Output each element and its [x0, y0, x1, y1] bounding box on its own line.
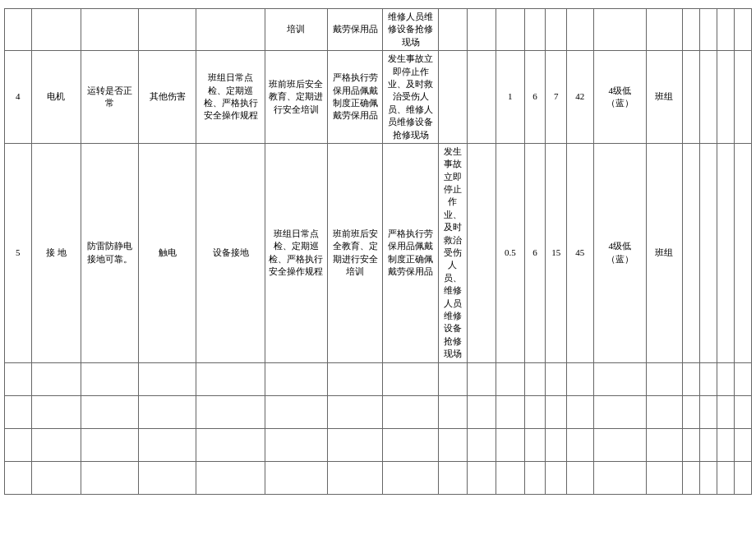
- cell-ctrl1: 班前班后安全教育、定期进行安全培训: [327, 143, 383, 362]
- cell-ctrl4: [438, 51, 467, 144]
- cell-t3: [717, 143, 734, 362]
- cell-ctrl1-pre: 班组日常点检、定期巡检、严格执行安全操作规程: [265, 143, 327, 362]
- cell-empty: [593, 9, 646, 51]
- table-row-4: 4 电机 运转是否正常 其他伤害 班组日常点检、定期巡检、严格执行安全操作规程 …: [5, 51, 752, 144]
- cell-hazard: 触电: [139, 143, 196, 362]
- cell-level: 4级低（蓝）: [593, 51, 646, 144]
- cell-D: 42: [566, 51, 593, 144]
- cell-ctrl5: [467, 51, 496, 144]
- cell-ctrl2: 严格执行劳保用品佩戴制度正确佩戴劳保用品: [327, 51, 383, 144]
- cell-C: 15: [546, 143, 567, 362]
- cell-empty: [139, 9, 196, 51]
- table-row-empty-2: [5, 395, 752, 428]
- cell-empty: [196, 9, 265, 51]
- cell-empty: [31, 9, 81, 51]
- cell-empty: [646, 9, 682, 51]
- cell-D: 45: [566, 143, 593, 362]
- cell-resp: 班组: [646, 51, 682, 144]
- cell-t1: [682, 51, 699, 144]
- cell-t4: [734, 51, 751, 144]
- cell-equipment: 电机: [31, 51, 81, 144]
- cell-ctrl1: 班前班后安全教育、定期进行安全培训: [265, 51, 327, 144]
- cell-repair-cont: 维修人员维修设备抢修现场: [383, 9, 439, 51]
- cell-empty: [682, 9, 699, 51]
- cell-empty: [81, 9, 139, 51]
- cell-empty: [5, 9, 32, 51]
- cell-resp: 班组: [646, 143, 682, 362]
- cell-existing-measures: 设备接地: [196, 143, 265, 362]
- table-row-empty-3: [5, 428, 752, 461]
- cell-row-num: 4: [5, 51, 32, 144]
- table-row-empty-4: [5, 461, 752, 494]
- cell-ppe-cont: 戴劳保用品: [327, 9, 383, 51]
- row-continuation: 培训 戴劳保用品 维修人员维修设备抢修现场: [5, 9, 752, 51]
- page: 培训 戴劳保用品 维修人员维修设备抢修现场 4 电机 运转是: [0, 0, 756, 535]
- cell-t3: [717, 51, 734, 144]
- cell-ctrl3: 发生事故立即停止作业、及时救治受伤人员、维修人员维修设备抢修现场: [438, 143, 467, 362]
- cell-L: 1: [496, 51, 524, 144]
- cell-C: 7: [546, 51, 567, 144]
- cell-t2: [699, 51, 717, 144]
- cell-empty: [524, 9, 546, 51]
- cell-empty: [467, 9, 496, 51]
- cell-training-cont: 培训: [265, 9, 327, 51]
- cell-empty: [699, 9, 717, 51]
- cell-ctrl4: [467, 143, 496, 362]
- table-row-5: 5 接 地 防雷防静电接地可靠。 触电 设备接地 班组日常点检、定期巡检、严格执…: [5, 143, 752, 362]
- cell-equipment: 接 地: [31, 143, 81, 362]
- cell-t1: [682, 143, 699, 362]
- risk-table: 培训 戴劳保用品 维修人员维修设备抢修现场 4 电机 运转是: [4, 8, 752, 495]
- cell-empty: [496, 9, 524, 51]
- table-row-empty-1: [5, 362, 752, 395]
- cell-E: 6: [524, 51, 546, 144]
- cell-empty: [438, 9, 467, 51]
- cell-level: 4级低（蓝）: [593, 143, 646, 362]
- cell-t2: [699, 143, 717, 362]
- cell-L: 0.5: [496, 143, 524, 362]
- cell-row-num: 5: [5, 143, 32, 362]
- cell-empty: [566, 9, 593, 51]
- cell-E: 6: [524, 143, 546, 362]
- cell-t4: [734, 143, 751, 362]
- cell-empty: [734, 9, 751, 51]
- cell-existing-measures: 班组日常点检、定期巡检、严格执行安全操作规程: [196, 51, 265, 144]
- cell-ctrl2: 严格执行劳保用品佩戴制度正确佩戴劳保用品: [383, 143, 439, 362]
- cell-hazard: 其他伤害: [139, 51, 196, 144]
- cell-empty: [717, 9, 734, 51]
- cell-ctrl3: 发生事故立即停止作业、及时救治受伤人员、维修人员维修设备抢修现场: [383, 51, 439, 144]
- cell-status: 运转是否正常: [81, 51, 139, 144]
- cell-empty: [546, 9, 567, 51]
- cell-status: 防雷防静电接地可靠。: [81, 143, 139, 362]
